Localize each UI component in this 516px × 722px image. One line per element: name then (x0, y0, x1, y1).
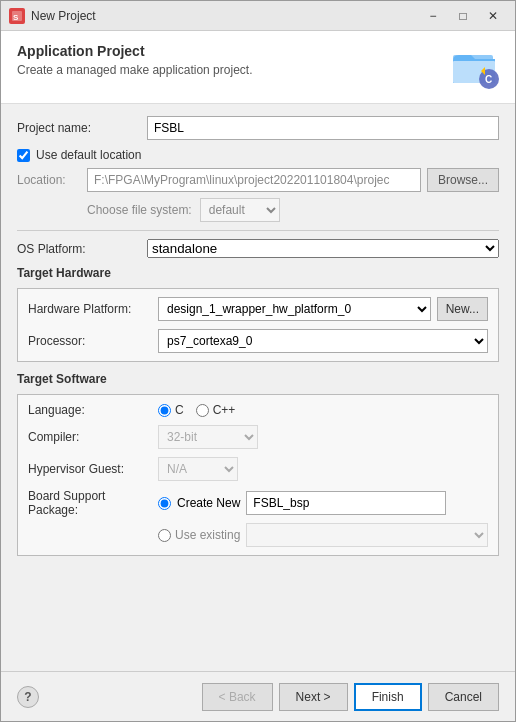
app-icon: S (9, 8, 25, 24)
filesystem-label: Choose file system: (87, 203, 192, 217)
lang-cpp-label: C++ (213, 403, 236, 417)
os-platform-label: OS Platform: (17, 242, 147, 256)
project-name-row: Project name: (17, 116, 499, 140)
header-text: Application Project Create a managed mak… (17, 43, 252, 77)
use-default-label[interactable]: Use default location (36, 148, 141, 162)
footer-left: ? (17, 686, 39, 708)
bsp-name-input[interactable] (246, 491, 446, 515)
hardware-platform-select[interactable]: design_1_wrapper_hw_platform_0 (158, 297, 431, 321)
lang-c-radio[interactable] (158, 404, 171, 417)
bsp-label: Board Support Package: (28, 489, 158, 517)
language-label: Language: (28, 403, 158, 417)
filesystem-select[interactable]: default (200, 198, 280, 222)
lang-cpp-option[interactable]: C++ (196, 403, 236, 417)
header-icon: C (451, 43, 499, 91)
back-button[interactable]: < Back (202, 683, 273, 711)
bsp-row: Board Support Package: Create New (28, 489, 488, 517)
hardware-platform-row: Hardware Platform: design_1_wrapper_hw_p… (28, 297, 488, 321)
window-title: New Project (31, 9, 419, 23)
page-title: Application Project (17, 43, 252, 59)
use-default-checkbox[interactable] (17, 149, 30, 162)
hardware-platform-label: Hardware Platform: (28, 302, 158, 316)
hypervisor-label: Hypervisor Guest: (28, 462, 158, 476)
title-bar: S New Project − □ ✕ (1, 1, 515, 31)
new-project-window: S New Project − □ ✕ Application Project … (0, 0, 516, 722)
use-existing-label[interactable]: Use existing (175, 528, 240, 542)
browse-button[interactable]: Browse... (427, 168, 499, 192)
cancel-button[interactable]: Cancel (428, 683, 499, 711)
use-existing-row: Use existing (158, 523, 488, 547)
project-name-label: Project name: (17, 121, 147, 135)
lang-cpp-radio[interactable] (196, 404, 209, 417)
hypervisor-row: Hypervisor Guest: N/A (28, 457, 488, 481)
close-button[interactable]: ✕ (479, 5, 507, 27)
language-radio-group: C C++ (158, 403, 235, 417)
processor-select[interactable]: ps7_cortexa9_0 (158, 329, 488, 353)
existing-bsp-select[interactable] (246, 523, 488, 547)
os-platform-row: OS Platform: standalone linux freertos (17, 239, 499, 258)
hypervisor-select[interactable]: N/A (158, 457, 238, 481)
language-row: Language: C C++ (28, 403, 488, 417)
location-input[interactable] (87, 168, 421, 192)
lang-c-option[interactable]: C (158, 403, 184, 417)
processor-row: Processor: ps7_cortexa9_0 (28, 329, 488, 353)
maximize-button[interactable]: □ (449, 5, 477, 27)
svg-text:S: S (13, 13, 19, 22)
window-controls: − □ ✕ (419, 5, 507, 27)
compiler-label: Compiler: (28, 430, 158, 444)
target-hardware-title: Target Hardware (17, 266, 499, 280)
next-button[interactable]: Next > (279, 683, 348, 711)
finish-button[interactable]: Finish (354, 683, 422, 711)
bsp-create-options: Create New (158, 491, 446, 515)
lang-c-label: C (175, 403, 184, 417)
location-row: Location: Browse... (17, 168, 499, 192)
footer: ? < Back Next > Finish Cancel (1, 671, 515, 721)
help-button[interactable]: ? (17, 686, 39, 708)
filesystem-row: Choose file system: default (87, 198, 499, 222)
target-software-title: Target Software (17, 372, 499, 386)
form-content: Project name: Use default location Locat… (1, 104, 515, 671)
location-label: Location: (17, 173, 87, 187)
compiler-row: Compiler: 32-bit (28, 425, 488, 449)
svg-text:C: C (485, 74, 492, 85)
page-subtitle: Create a managed make application projec… (17, 63, 252, 77)
use-default-location-row: Use default location (17, 148, 499, 162)
bsp-create-radio[interactable] (158, 497, 171, 510)
os-platform-select[interactable]: standalone linux freertos (147, 239, 499, 258)
compiler-select[interactable]: 32-bit (158, 425, 258, 449)
new-hw-button[interactable]: New... (437, 297, 488, 321)
processor-label: Processor: (28, 334, 158, 348)
bsp-existing-radio[interactable] (158, 529, 171, 542)
minimize-button[interactable]: − (419, 5, 447, 27)
footer-right: < Back Next > Finish Cancel (202, 683, 499, 711)
project-name-input[interactable] (147, 116, 499, 140)
header-section: Application Project Create a managed mak… (1, 31, 515, 104)
bsp-create-label[interactable]: Create New (177, 496, 240, 510)
